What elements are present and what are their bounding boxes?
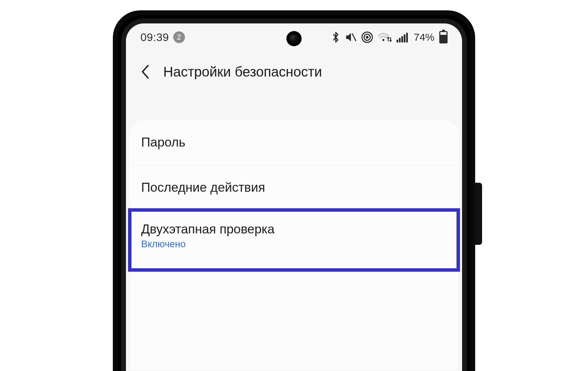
- svg-rect-5: [396, 40, 398, 42]
- list-item-label: Пароль: [141, 135, 447, 150]
- screen: 09:39 2: [126, 23, 462, 371]
- status-clock: 09:39: [140, 31, 169, 44]
- list-item-status: Включено: [141, 239, 447, 250]
- battery-icon: [439, 31, 448, 43]
- list-item-password[interactable]: Пароль: [129, 120, 459, 165]
- bluetooth-icon: [332, 31, 340, 43]
- svg-rect-6: [399, 38, 401, 42]
- svg-rect-9: [406, 33, 408, 42]
- hotspot-icon: [361, 31, 373, 43]
- back-button[interactable]: [137, 63, 154, 80]
- svg-rect-8: [404, 34, 405, 42]
- settings-card: Пароль Последние действия Двухэтапная пр…: [129, 120, 459, 371]
- notification-count-badge: 2: [173, 31, 185, 43]
- app-header: Настройки безопасности: [126, 51, 462, 92]
- front-camera: [286, 31, 302, 46]
- svg-point-4: [382, 39, 384, 41]
- chevron-left-icon: [140, 64, 150, 79]
- page-title: Настройки безопасности: [163, 64, 322, 80]
- phone-frame: 09:39 2: [113, 10, 475, 371]
- svg-rect-7: [401, 36, 403, 42]
- list-item-two-step-verification[interactable]: Двухэтапная проверка Включено: [129, 210, 459, 264]
- list-item-label: Последние действия: [141, 180, 447, 195]
- wifi-icon: [378, 32, 392, 43]
- battery-percent: 74%: [414, 31, 434, 43]
- svg-point-1: [366, 36, 369, 39]
- mute-icon: [345, 32, 356, 43]
- list-item-label: Двухэтапная проверка: [141, 222, 447, 237]
- cellular-icon: [396, 32, 408, 42]
- phone-side-button: [475, 183, 482, 245]
- list-item-recent-activity[interactable]: Последние действия: [129, 165, 459, 210]
- svg-line-0: [352, 34, 356, 41]
